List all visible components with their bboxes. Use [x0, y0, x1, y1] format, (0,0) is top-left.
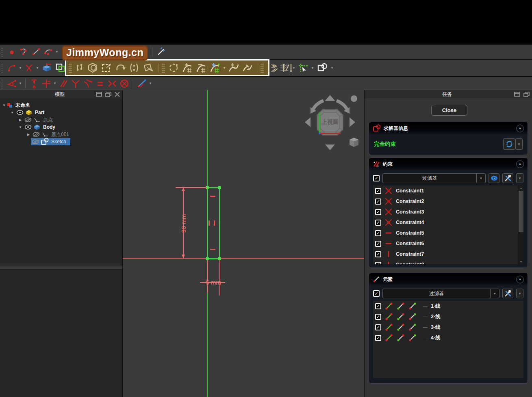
- element-row[interactable]: ✓ — 2-线: [373, 311, 523, 322]
- close-button[interactable]: Close: [431, 105, 467, 116]
- constraint-row[interactable]: ✓ Constraint6: [373, 238, 523, 249]
- offset-geometry-icon[interactable]: [86, 62, 100, 73]
- tree-item-part[interactable]: ▼ Part: [0, 109, 122, 116]
- chevron-down-icon[interactable]: ▼: [476, 174, 485, 183]
- rectangular-array-icon[interactable]: [141, 62, 156, 73]
- render-order-dropdown[interactable]: ▼: [330, 66, 334, 70]
- tree-item-body[interactable]: ▼ Body: [0, 123, 122, 131]
- tree-item-sketch[interactable]: Sketch: [0, 138, 122, 145]
- join-curves-icon[interactable]: [227, 62, 241, 73]
- tree-item-origin[interactable]: ▶ 原点: [0, 116, 122, 123]
- element-row[interactable]: ✓ — 4-线: [373, 332, 523, 343]
- checkbox[interactable]: ✓: [375, 241, 381, 247]
- tangent-constraint-icon[interactable]: [82, 78, 94, 89]
- collapse-icon[interactable]: ▲: [516, 276, 524, 283]
- perpendicular-constraint-icon[interactable]: [69, 78, 82, 89]
- toolbar-drag-handle[interactable]: [1, 47, 4, 57]
- refresh-button[interactable]: [503, 138, 515, 150]
- sketch-edge-right[interactable]: [219, 187, 220, 259]
- scale-geometry-icon[interactable]: [127, 62, 141, 73]
- trim-edge-icon[interactable]: [280, 62, 295, 73]
- constraint-row[interactable]: ✓ Constraint8: [373, 259, 523, 264]
- constraints-master-checkbox[interactable]: ✓: [373, 175, 380, 181]
- scrollbar-thumb[interactable]: [519, 191, 523, 232]
- select-associated-icon[interactable]: [74, 62, 86, 73]
- checkbox[interactable]: ✓: [375, 324, 381, 330]
- fillet-dropdown[interactable]: ▼: [18, 66, 23, 70]
- sketch-vertex[interactable]: [218, 186, 221, 189]
- constraints-settings-dropdown[interactable]: ▼: [516, 173, 523, 183]
- scrollbar[interactable]: ▲ ▼: [518, 186, 523, 264]
- bspline-info-icon[interactable]: [155, 46, 167, 58]
- parallel-constraint-icon[interactable]: [57, 78, 69, 89]
- float-icon[interactable]: [105, 92, 111, 97]
- block-constraint-icon[interactable]: [118, 78, 130, 89]
- toolbar-drag-handle[interactable]: [1, 79, 4, 88]
- point-icon[interactable]: [6, 46, 18, 58]
- dimension-label-30mm[interactable]: 30 mm: [180, 209, 187, 238]
- hv-dropdown[interactable]: ▼: [52, 82, 57, 85]
- scroll-up-icon[interactable]: ▲: [518, 186, 523, 191]
- show-constraints-button[interactable]: [489, 173, 499, 183]
- panel-splitter[interactable]: [0, 265, 122, 270]
- toggle-dropdown[interactable]: ▼: [148, 82, 153, 85]
- distance-constraint-icon[interactable]: [28, 78, 40, 89]
- elements-filter-select[interactable]: 过滤器 ▼: [382, 289, 499, 298]
- elements-settings-button[interactable]: [502, 289, 513, 298]
- chevron-down-icon[interactable]: ▼: [490, 289, 499, 298]
- float-icon[interactable]: [523, 92, 530, 97]
- trim-dropdown[interactable]: ▼: [35, 66, 40, 70]
- multiplicity-dropdown[interactable]: ▼: [222, 66, 227, 70]
- elements-header[interactable]: 元素 ▲: [369, 273, 528, 285]
- change-radius-icon[interactable]: [167, 62, 180, 73]
- arc-icon[interactable]: [42, 46, 54, 58]
- checkbox[interactable]: ✓: [375, 262, 381, 265]
- checkbox[interactable]: ✓: [375, 230, 381, 236]
- close-icon[interactable]: [115, 92, 120, 97]
- snap-toggle-icon[interactable]: [296, 62, 310, 73]
- split-edge-icon[interactable]: [241, 62, 254, 73]
- fillet-icon[interactable]: [6, 62, 18, 73]
- remove-knot-icon[interactable]: [194, 62, 208, 73]
- expander-icon[interactable]: ▼: [18, 125, 23, 129]
- expander-icon[interactable]: ▶: [26, 133, 31, 136]
- 3d-viewport[interactable]: 30 mm 5 mm: [123, 90, 364, 397]
- move-geometry-icon[interactable]: [100, 62, 113, 73]
- minimize-icon[interactable]: [96, 92, 102, 97]
- toolbar-drag-handle[interactable]: [1, 63, 4, 73]
- constraints-settings-button[interactable]: [502, 173, 513, 183]
- dimension-label-5mm[interactable]: 5 mm: [202, 279, 224, 286]
- render-order-icon[interactable]: [315, 62, 330, 73]
- checkbox[interactable]: ✓: [375, 314, 381, 320]
- angle-dropdown[interactable]: ▼: [18, 82, 23, 85]
- insert-knot-icon[interactable]: [180, 62, 194, 73]
- element-row[interactable]: ✓ — 3-线: [373, 322, 523, 332]
- checkbox[interactable]: ✓: [375, 188, 381, 194]
- solver-dropdown[interactable]: ▼: [515, 138, 523, 150]
- symmetric-constraint-icon[interactable]: [106, 78, 118, 89]
- external-geometry-icon[interactable]: [40, 62, 54, 73]
- constraints-filter-select[interactable]: 过滤器 ▼: [382, 173, 486, 183]
- sketch-edge-left[interactable]: [207, 187, 208, 259]
- selected-tree-item[interactable]: Sketch: [31, 138, 70, 145]
- constraint-row[interactable]: ✓ Constraint7: [373, 249, 523, 259]
- collapse-icon[interactable]: ▲: [516, 160, 524, 168]
- checkbox[interactable]: ✓: [375, 303, 381, 309]
- horizontal-vertical-constraint-icon[interactable]: [40, 78, 52, 89]
- equal-constraint-icon[interactable]: [94, 78, 106, 89]
- rotate-geometry-icon[interactable]: [113, 62, 127, 73]
- constraint-row[interactable]: ✓ Constraint4: [373, 217, 523, 228]
- constraint-row[interactable]: ✓ Constraint3: [373, 207, 523, 217]
- scroll-down-icon[interactable]: ▼: [518, 259, 523, 264]
- snap-dropdown[interactable]: ▼: [310, 66, 315, 70]
- toggle-driving-constraint-icon[interactable]: [136, 78, 148, 89]
- element-row[interactable]: ✓ — 1-线: [373, 301, 523, 311]
- extend-edge-icon[interactable]: [265, 62, 280, 73]
- constraint-row[interactable]: ✓ Constraint1: [373, 186, 523, 196]
- tree-item-document[interactable]: ▼ 未命名: [0, 101, 122, 109]
- checkbox[interactable]: ✓: [375, 220, 381, 226]
- navcube-face-label[interactable]: 上視圖: [317, 119, 343, 126]
- angle-constraint-icon[interactable]: [6, 78, 18, 89]
- constraints-header[interactable]: 约束 ▲: [369, 158, 528, 170]
- checkbox[interactable]: ✓: [375, 251, 381, 257]
